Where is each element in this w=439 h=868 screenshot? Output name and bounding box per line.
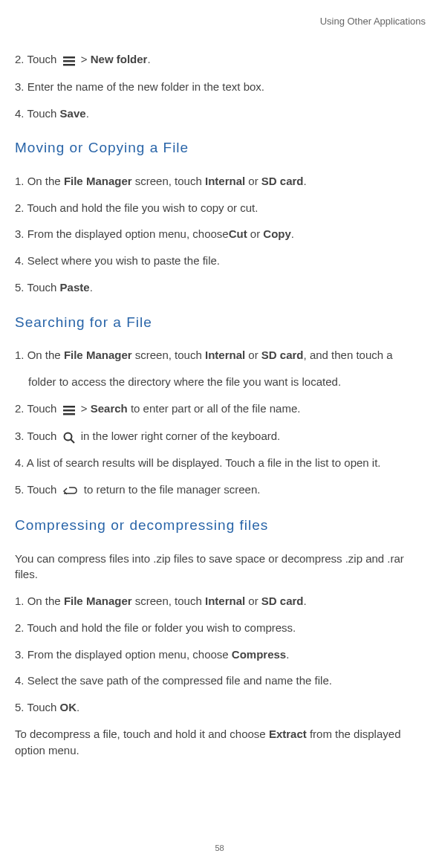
bold-text: File Manager	[64, 175, 132, 187]
text: .	[286, 648, 289, 661]
page-header: Using Other Applications	[15, 15, 426, 29]
text: 1. On the	[15, 175, 64, 187]
text: in the lower right corner of the keyboar…	[81, 430, 280, 442]
compress-step-1: 1. On the File Manager screen, touch Int…	[15, 593, 426, 609]
bold-text: SD card	[261, 175, 304, 187]
moving-step-2: 2. Touch and hold the file you wish to c…	[15, 200, 426, 216]
text: 2. Touch	[15, 402, 60, 415]
svg-rect-3	[63, 406, 75, 408]
text: .	[304, 595, 307, 607]
heading-moving-copying: Moving or Copying a File	[15, 137, 426, 158]
text: To decompress a file, touch and hold it …	[15, 728, 269, 740]
bold-text: Extract	[269, 728, 307, 740]
searching-step-1-line2: folder to access the directory where the…	[15, 374, 426, 390]
text: .	[77, 701, 79, 713]
menu-icon	[63, 401, 75, 418]
text: 3. From the displayed option menu, choos…	[15, 648, 232, 661]
svg-rect-1	[63, 60, 75, 62]
text: 1. On the	[15, 349, 64, 361]
text: screen, touch	[132, 349, 205, 361]
compress-intro: You can compress files into .zip files t…	[15, 551, 426, 583]
compress-step-5: 5. Touch OK.	[15, 699, 426, 716]
moving-step-3: 3. From the displayed option menu, choos…	[15, 226, 426, 242]
searching-step-4: 4. A list of search results will be disp…	[15, 455, 426, 471]
bold-text: Search	[91, 402, 128, 415]
bold-text: Save	[60, 107, 86, 120]
text: 5. Touch	[15, 483, 60, 496]
text: 5. Touch	[15, 281, 60, 294]
bold-text: Paste	[60, 281, 90, 294]
search-icon	[63, 429, 75, 445]
bold-text: SD card	[261, 595, 304, 607]
text: to enter part or all of the file name.	[128, 402, 301, 415]
text: or	[247, 227, 264, 240]
bold-text: File Manager	[64, 595, 132, 607]
text: .	[90, 281, 93, 294]
text: >	[81, 53, 91, 65]
text: screen, touch	[132, 175, 205, 187]
compress-step-3: 3. From the displayed option menu, choos…	[15, 647, 426, 663]
searching-step-2: 2. Touch > Search to enter part or all o…	[15, 401, 426, 418]
searching-step-1: 1. On the File Manager screen, touch Int…	[15, 347, 426, 363]
bold-text: Cut	[229, 227, 247, 240]
moving-step-5: 5. Touch Paste.	[15, 279, 426, 296]
searching-step-3: 3. Touch in the lower right corner of th…	[15, 428, 426, 445]
heading-compressing: Compressing or decompressing files	[15, 515, 426, 536]
bold-text: Internal	[205, 175, 245, 187]
text: >	[81, 402, 91, 415]
step-2-touch-new-folder: 2. Touch > New folder.	[15, 51, 426, 68]
bold-text: Internal	[205, 349, 245, 361]
text: 5. Touch	[15, 701, 60, 713]
moving-step-4: 4. Select where you wish to paste the fi…	[15, 253, 426, 269]
moving-step-1: 1. On the File Manager screen, touch Int…	[15, 173, 426, 190]
heading-searching: Searching for a File	[15, 312, 426, 333]
text: .	[291, 227, 294, 240]
compress-step-4: 4. Select the save path of the compresse…	[15, 673, 426, 689]
text: , and then touch a	[304, 349, 393, 361]
step-4-touch-save: 4. Touch Save.	[15, 106, 426, 122]
menu-icon	[63, 52, 75, 68]
text: 1. On the	[15, 595, 64, 607]
text: 2. Touch	[15, 53, 60, 65]
svg-rect-5	[63, 413, 75, 415]
back-icon	[63, 482, 78, 499]
searching-step-5: 5. Touch to return to the file manager s…	[15, 482, 426, 499]
decompress-note: To decompress a file, touch and hold it …	[15, 726, 426, 759]
text: 3. Touch	[15, 430, 60, 442]
text: 3. From the displayed option menu, choos…	[15, 227, 229, 240]
step-3-enter-name: 3. Enter the name of the new folder in t…	[15, 79, 426, 95]
text: 4. Touch	[15, 107, 60, 120]
bold-text: Internal	[205, 595, 245, 607]
text: or	[245, 349, 261, 361]
bold-text: Copy	[263, 227, 291, 240]
bold-text: File Manager	[64, 349, 132, 361]
svg-rect-2	[63, 64, 75, 66]
text: screen, touch	[132, 595, 205, 607]
bold-text: OK	[60, 701, 77, 713]
text: or	[245, 595, 261, 607]
text: .	[86, 107, 89, 120]
compress-step-2: 2. Touch and hold the file or folder you…	[15, 620, 426, 636]
bold-text: Compress	[232, 648, 286, 661]
text: or	[245, 175, 261, 187]
text: to return to the file manager screen.	[84, 483, 261, 496]
text: .	[304, 175, 307, 187]
bold-text: New folder	[91, 53, 148, 65]
text: .	[147, 53, 150, 65]
svg-rect-0	[63, 56, 75, 59]
svg-rect-4	[63, 409, 75, 412]
svg-line-7	[71, 439, 74, 443]
bold-text: SD card	[261, 349, 304, 361]
page-number: 58	[0, 843, 439, 855]
